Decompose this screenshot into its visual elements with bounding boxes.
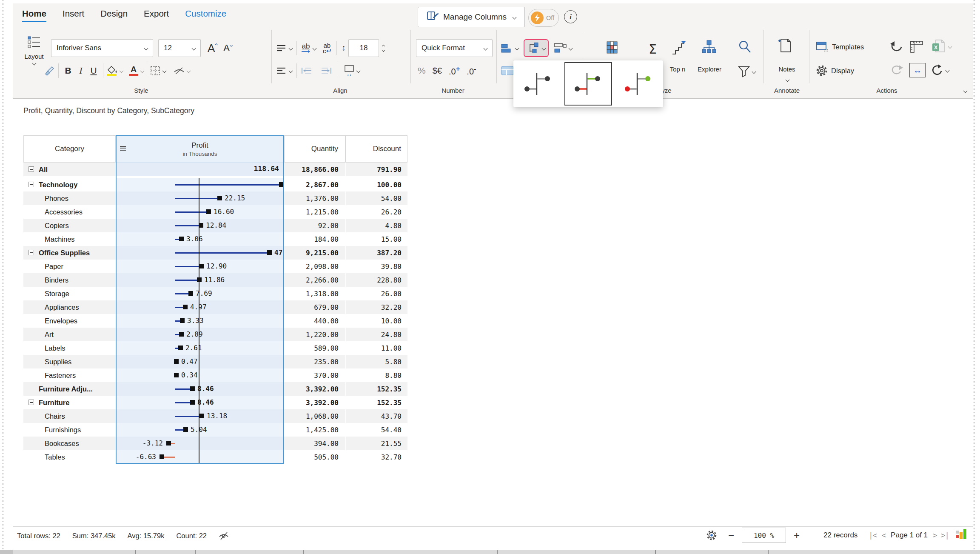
currency-format-button[interactable]: $€ [433,66,442,76]
lollipop-option-3[interactable] [616,63,661,104]
profit-cell[interactable]: 2.61 [116,341,284,355]
category-cell[interactable]: Labels [23,341,116,355]
quantity-cell[interactable]: 589.00 [284,341,345,355]
templates-button[interactable]: Templates [816,41,864,53]
zoom-level-input[interactable]: 100 % [742,528,786,543]
profit-cell[interactable]: 118.64 [116,163,284,176]
profit-cell[interactable]: 47 [116,246,284,260]
quantity-cell[interactable]: 1,068.00 [284,409,345,423]
category-cell[interactable]: Copiers [23,219,116,232]
tab-design[interactable]: Design [100,9,128,22]
profit-cell[interactable]: 2.89 [116,328,284,341]
quantity-cell[interactable]: 18,866.00 [284,163,345,176]
category-cell[interactable]: Art [23,328,116,341]
gear-icon[interactable] [706,530,717,541]
column-width-button[interactable]: ↔ [344,65,354,76]
quantity-cell[interactable]: 505.00 [284,450,345,464]
underline-button[interactable]: U [87,66,100,76]
profit-cell[interactable]: 5.04 [116,423,284,437]
profit-cell[interactable]: 11.86 [116,273,284,287]
profit-cell[interactable]: 12.84 [116,219,284,232]
format-painter-button[interactable] [43,65,55,77]
discount-cell[interactable]: 54.40 [345,423,407,437]
vertical-align-button[interactable] [276,44,287,52]
profit-cell[interactable]: 3.33 [116,314,284,328]
discount-cell[interactable]: 8.80 [345,368,407,382]
chevron-down-icon[interactable] [515,46,519,50]
profit-cell[interactable]: 0.34 [116,368,284,382]
discount-cell[interactable]: 5.80 [345,355,407,368]
profit-cell[interactable]: -6.63 [116,450,284,464]
discount-cell[interactable]: 4.80 [345,219,407,232]
discount-cell[interactable]: 152.35 [345,382,407,396]
column-header-category[interactable]: Category [23,135,116,163]
category-cell[interactable]: Paper [23,260,116,273]
column-header-quantity[interactable]: Quantity [284,135,345,163]
chevron-down-icon[interactable] [187,69,191,73]
expand-toggle-icon[interactable] [28,250,34,255]
tab-home[interactable]: Home [22,9,46,22]
manage-columns-button[interactable]: Manage Columns [418,7,525,27]
excel-export-button[interactable]: X [931,39,952,54]
quantity-cell[interactable]: 184.00 [284,232,345,246]
refresh-button[interactable] [931,64,949,77]
discount-cell[interactable]: 10.00 [345,314,407,328]
table-color-button[interactable] [501,66,514,76]
profit-cell[interactable]: 12.90 [116,260,284,273]
chevron-down-icon[interactable] [356,69,361,73]
lollipop-chart-button[interactable] [524,39,549,57]
category-cell[interactable]: Binders [23,273,116,287]
zoom-out-button[interactable]: − [728,529,734,541]
profit-cell[interactable]: 7.69 [116,287,284,300]
category-cell[interactable]: Envelopes [23,314,116,328]
zoom-in-button[interactable]: + [794,529,800,541]
tab-insert[interactable]: Insert [63,9,84,22]
notes-button[interactable] [778,37,792,54]
discount-cell[interactable]: 228.80 [345,273,407,287]
category-cell[interactable]: Storage [23,287,116,300]
category-cell[interactable]: Bookcases [23,437,116,450]
quantity-cell[interactable]: 2,266.00 [284,273,345,287]
expand-toggle-icon[interactable] [28,166,34,172]
next-page-button[interactable]: > [933,531,937,540]
profit-cell[interactable]: 3.06 [116,232,284,246]
chevron-down-icon[interactable] [162,69,167,73]
gantt-chart-button[interactable] [554,42,567,54]
quick-format-select[interactable]: Quick Format [416,39,493,57]
quantity-cell[interactable]: 3,392.00 [284,382,345,396]
increase-indent-button[interactable] [321,67,332,74]
column-header-discount[interactable]: Discount [345,135,407,163]
category-cell[interactable]: All [23,163,116,176]
chevron-down-icon[interactable] [289,46,293,50]
discount-cell[interactable]: 387.20 [345,246,407,260]
discount-cell[interactable]: 11.00 [345,341,407,355]
category-cell[interactable]: Office Supplies [23,246,116,260]
discount-cell[interactable]: 32.20 [345,300,407,314]
discount-cell[interactable]: 21.55 [345,437,407,450]
discount-cell[interactable]: 24.80 [345,328,407,341]
hide-values-button[interactable] [174,67,185,74]
profit-cell[interactable]: 13.18 [116,409,284,423]
collapse-ribbon-icon[interactable] [963,89,968,93]
discount-cell[interactable]: 54.00 [345,191,407,205]
last-page-button[interactable]: >| [941,531,949,540]
decrease-decimal-button[interactable]: .0- [467,65,476,77]
expand-toggle-icon[interactable] [28,400,34,405]
quantity-cell[interactable]: 1,318.00 [284,287,345,300]
drag-handle-icon[interactable] [120,146,126,151]
quantity-cell[interactable]: 440.00 [284,314,345,328]
discount-cell[interactable]: 43.70 [345,409,407,423]
row-height-input[interactable]: 18 [348,39,379,57]
profit-cell[interactable]: 16.60 [116,205,284,219]
category-cell[interactable]: Accessories [23,205,116,219]
eye-off-icon[interactable] [219,531,229,540]
totals-button[interactable]: Σ [649,42,657,57]
search-button[interactable] [738,40,752,54]
fit-width-button[interactable]: ↔ [909,63,926,77]
quantity-cell[interactable]: 2,867.00 [284,178,345,191]
discount-cell[interactable]: 26.20 [345,205,407,219]
decrease-font-size-button[interactable]: A [223,43,232,54]
decrease-indent-button[interactable] [301,67,312,74]
borders-button[interactable] [150,66,160,76]
discount-cell[interactable]: 26.00 [345,287,407,300]
